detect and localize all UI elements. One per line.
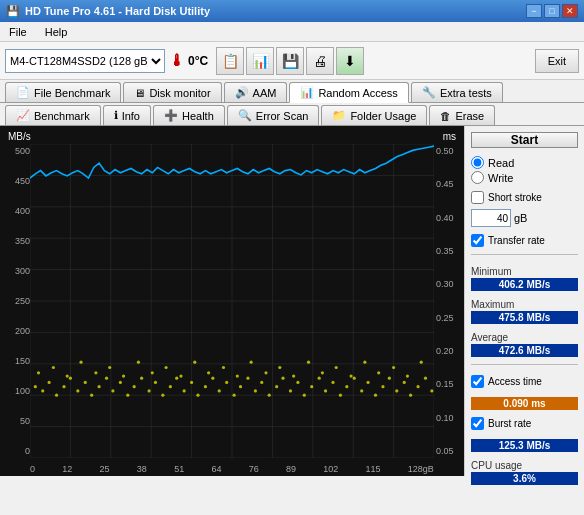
menu-help[interactable]: Help — [41, 25, 72, 39]
toolbar-btn-2[interactable]: 📊 — [246, 47, 274, 75]
maximum-stat: Maximum 475.8 MB/s — [471, 299, 578, 324]
average-stat: Average 472.6 MB/s — [471, 332, 578, 357]
read-radio-row[interactable]: Read — [471, 156, 578, 169]
aam-icon: 🔊 — [235, 86, 249, 99]
start-button[interactable]: Start — [471, 132, 578, 148]
tab-health[interactable]: ➕ Health — [153, 105, 225, 125]
info-icon: ℹ — [114, 109, 118, 122]
main-content: MB/s ms 500 450 400 350 300 250 200 150 … — [0, 126, 584, 476]
svg-point-46 — [204, 385, 207, 388]
transfer-rate-row[interactable]: Transfer rate — [471, 234, 578, 247]
svg-point-103 — [377, 371, 380, 374]
tab-benchmark[interactable]: 📈 Benchmark — [5, 105, 101, 125]
erase-icon: 🗑 — [440, 110, 451, 122]
svg-point-26 — [62, 385, 65, 388]
svg-point-83 — [94, 371, 97, 374]
menu-file[interactable]: File — [5, 25, 31, 39]
svg-point-71 — [381, 385, 384, 388]
short-stroke-row[interactable]: Short stroke — [471, 191, 578, 204]
svg-point-94 — [250, 361, 253, 364]
transfer-rate-checkbox[interactable] — [471, 234, 484, 247]
svg-point-44 — [190, 381, 193, 384]
burst-rate-value: 125.3 MB/s — [471, 439, 578, 452]
burst-rate-stat: 125.3 MB/s — [471, 438, 578, 452]
write-radio-row[interactable]: Write — [471, 171, 578, 184]
svg-point-106 — [420, 361, 423, 364]
svg-point-82 — [79, 361, 82, 364]
svg-point-69 — [366, 381, 369, 384]
access-time-stat: 0.090 ms — [471, 396, 578, 410]
svg-point-88 — [164, 366, 167, 369]
tab-info[interactable]: ℹ Info — [103, 105, 151, 125]
svg-point-57 — [281, 377, 284, 380]
spinbox-row: gB — [471, 209, 578, 227]
file-benchmark-icon: 📄 — [16, 86, 30, 99]
svg-point-74 — [403, 381, 406, 384]
access-time-checkbox[interactable] — [471, 375, 484, 388]
stroke-value-input[interactable] — [471, 209, 511, 227]
svg-point-92 — [222, 366, 225, 369]
svg-point-55 — [268, 394, 271, 397]
toolbar-btn-3[interactable]: 💾 — [276, 47, 304, 75]
svg-point-89 — [179, 374, 182, 377]
svg-point-78 — [430, 389, 433, 392]
svg-point-86 — [137, 361, 140, 364]
write-radio[interactable] — [471, 171, 484, 184]
drive-select[interactable]: M4-CT128M4SSD2 (128 gB) — [5, 49, 165, 73]
read-radio[interactable] — [471, 156, 484, 169]
svg-point-73 — [395, 389, 398, 392]
svg-point-22 — [34, 385, 37, 388]
tab-random-access[interactable]: 📊 Random Access — [289, 82, 408, 103]
svg-point-33 — [111, 389, 114, 392]
svg-point-31 — [98, 385, 101, 388]
svg-point-65 — [339, 394, 342, 397]
svg-point-84 — [108, 366, 111, 369]
svg-point-24 — [48, 381, 51, 384]
svg-point-37 — [140, 377, 143, 380]
toolbar-btn-4[interactable]: 🖨 — [306, 47, 334, 75]
tab-erase[interactable]: 🗑 Erase — [429, 105, 495, 125]
minimize-button[interactable]: − — [526, 4, 542, 18]
svg-point-47 — [211, 377, 214, 380]
burst-rate-row[interactable]: Burst rate — [471, 417, 578, 430]
temperature-indicator: 🌡 0°C — [169, 52, 208, 70]
window-controls: − □ ✕ — [526, 4, 578, 18]
short-stroke-checkbox[interactable] — [471, 191, 484, 204]
cpu-usage-label: CPU usage — [471, 460, 578, 471]
menu-bar: File Help — [0, 22, 584, 42]
tab-aam[interactable]: 🔊 AAM — [224, 82, 288, 102]
cpu-usage-value: 3.6% — [471, 472, 578, 485]
svg-point-38 — [147, 389, 150, 392]
toolbar-btn-5[interactable]: ⬇ — [336, 47, 364, 75]
chart-y-label-right: ms — [443, 131, 456, 142]
maximize-button[interactable]: □ — [544, 4, 560, 18]
tab-error-scan[interactable]: 🔍 Error Scan — [227, 105, 320, 125]
exit-button[interactable]: Exit — [535, 49, 579, 73]
divider-1 — [471, 254, 578, 255]
close-button[interactable]: ✕ — [562, 4, 578, 18]
maximum-label: Maximum — [471, 299, 578, 310]
tab-disk-monitor[interactable]: 🖥 Disk monitor — [123, 82, 221, 102]
tab-extra-tests[interactable]: 🔧 Extra tests — [411, 82, 503, 102]
svg-point-39 — [154, 381, 157, 384]
title-bar: 💾 HD Tune Pro 4.61 - Hard Disk Utility −… — [0, 0, 584, 22]
burst-rate-checkbox[interactable] — [471, 417, 484, 430]
toolbar-btn-1[interactable]: 📋 — [216, 47, 244, 75]
temperature-value: 0°C — [188, 54, 208, 68]
average-value: 472.6 MB/s — [471, 344, 578, 357]
tab-file-benchmark[interactable]: 📄 File Benchmark — [5, 82, 121, 102]
tab-folder-usage[interactable]: 📁 Folder Usage — [321, 105, 427, 125]
health-icon: ➕ — [164, 109, 178, 122]
svg-point-95 — [264, 371, 267, 374]
app-icon: 💾 — [6, 5, 20, 18]
access-time-row[interactable]: Access time — [471, 375, 578, 388]
svg-point-91 — [207, 371, 210, 374]
svg-point-104 — [392, 366, 395, 369]
random-access-icon: 📊 — [300, 86, 314, 99]
svg-point-90 — [193, 361, 196, 364]
chart-area: MB/s ms 500 450 400 350 300 250 200 150 … — [0, 126, 464, 476]
svg-point-100 — [335, 366, 338, 369]
svg-point-67 — [353, 377, 356, 380]
divider-2 — [471, 364, 578, 365]
svg-point-53 — [254, 389, 257, 392]
